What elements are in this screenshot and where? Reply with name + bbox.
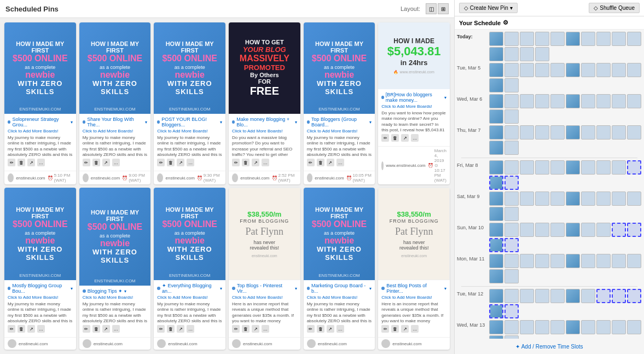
pin-board-name[interactable]: ✦ Everything Blogging an... ▾: [157, 283, 222, 294]
more-icon[interactable]: …: [37, 159, 45, 166]
schedule-pin-thumbnail[interactable]: [504, 141, 519, 155]
schedule-pin-thumbnail[interactable]: [520, 63, 534, 77]
schedule-pin-thumbnail[interactable]: [489, 207, 503, 221]
share-icon[interactable]: ↗: [177, 159, 184, 166]
delete-icon[interactable]: 🗑: [391, 134, 399, 142]
schedule-pin-thumbnail[interactable]: [489, 289, 503, 303]
schedule-pin-thumbnail[interactable]: [581, 254, 595, 268]
schedule-pin-thumbnail[interactable]: [550, 63, 565, 77]
schedule-pin-thumbnail[interactable]: [596, 191, 611, 206]
schedule-pin-thumbnail[interactable]: [627, 32, 641, 46]
more-icon[interactable]: …: [37, 325, 45, 333]
share-icon[interactable]: ↗: [401, 134, 409, 142]
schedule-pin-thumbnail[interactable]: [612, 32, 626, 46]
schedule-pin-thumbnail[interactable]: [627, 320, 641, 334]
schedule-pin-thumbnail[interactable]: [520, 94, 534, 108]
edit-icon[interactable]: ✏: [83, 325, 90, 333]
more-icon[interactable]: …: [411, 325, 419, 333]
edit-icon[interactable]: ✏: [8, 325, 15, 333]
edit-icon[interactable]: ✏: [307, 325, 315, 333]
schedule-pin-thumbnail[interactable]: [535, 191, 549, 206]
schedule-pin-thumbnail[interactable]: [504, 109, 519, 124]
schedule-pin-thumbnail[interactable]: [566, 160, 580, 175]
more-icon[interactable]: …: [411, 134, 419, 142]
schedule-pin-thumbnail[interactable]: [504, 304, 519, 318]
schedule-pin-thumbnail[interactable]: [596, 63, 611, 77]
schedule-pin-thumbnail[interactable]: [504, 207, 519, 221]
edit-icon[interactable]: ✏: [232, 159, 240, 166]
schedule-pin-thumbnail[interactable]: [566, 32, 580, 46]
add-remove-time-slots-button[interactable]: ✦ Add / Remove Time Slots: [515, 344, 583, 350]
schedule-pin-thumbnail[interactable]: [489, 320, 503, 334]
schedule-pin-thumbnail[interactable]: [566, 320, 580, 334]
schedule-pin-thumbnail[interactable]: [489, 109, 503, 124]
pin-board-name[interactable]: Marketing Group Board - b... ▾: [307, 283, 372, 294]
schedule-pin-thumbnail[interactable]: [489, 63, 503, 77]
delete-icon[interactable]: 🗑: [242, 325, 250, 333]
edit-icon[interactable]: ✏: [157, 159, 165, 166]
pin-board-name[interactable]: POST YOUR BLOG! Bloggers... ▾: [157, 117, 222, 127]
more-icon[interactable]: …: [112, 159, 120, 166]
schedule-pin-thumbnail[interactable]: [489, 269, 503, 283]
add-boards-link[interactable]: Click to Add More Boards!: [157, 129, 222, 134]
schedule-pin-thumbnail[interactable]: [504, 191, 519, 206]
schedule-pin-thumbnail[interactable]: [520, 254, 534, 268]
edit-icon[interactable]: ✏: [381, 325, 389, 333]
delete-icon[interactable]: 🗑: [18, 159, 25, 166]
schedule-pin-thumbnail[interactable]: [550, 32, 565, 46]
share-icon[interactable]: ↗: [27, 159, 35, 166]
schedule-pin-thumbnail[interactable]: [581, 223, 595, 237]
share-icon[interactable]: ↗: [27, 325, 35, 333]
add-boards-link[interactable]: Click to Add More Boards!: [232, 295, 297, 300]
more-icon[interactable]: …: [187, 159, 194, 166]
more-icon[interactable]: …: [112, 325, 120, 333]
schedule-pin-thumbnail[interactable]: [489, 78, 503, 92]
edit-icon[interactable]: ✏: [307, 159, 315, 166]
schedule-pin-thumbnail[interactable]: [535, 32, 549, 46]
add-boards-link[interactable]: Click to Add More Boards!: [8, 129, 73, 134]
schedule-pin-thumbnail[interactable]: [504, 289, 519, 303]
schedule-pin-thumbnail[interactable]: [627, 254, 641, 268]
more-icon[interactable]: …: [336, 159, 344, 166]
schedule-pin-thumbnail[interactable]: [535, 63, 549, 77]
schedule-pin-thumbnail[interactable]: [627, 125, 641, 140]
schedule-pin-thumbnail[interactable]: [504, 320, 519, 334]
schedule-pin-thumbnail[interactable]: [581, 191, 595, 206]
share-icon[interactable]: ↗: [102, 159, 110, 166]
schedule-pin-thumbnail[interactable]: [596, 289, 611, 303]
delete-icon[interactable]: 🗑: [18, 325, 25, 333]
schedule-pin-thumbnail[interactable]: [489, 223, 503, 237]
schedule-pin-thumbnail[interactable]: [489, 47, 503, 61]
pin-board-name[interactable]: Best Blog Posts of Pinter... ▾: [381, 283, 446, 294]
schedule-pin-thumbnail[interactable]: [535, 254, 549, 268]
schedule-pin-thumbnail[interactable]: [504, 47, 519, 61]
more-icon[interactable]: …: [187, 325, 194, 333]
schedule-pin-thumbnail[interactable]: [581, 320, 595, 334]
schedule-pin-thumbnail[interactable]: [596, 160, 611, 175]
schedule-pin-thumbnail[interactable]: [550, 191, 565, 206]
schedule-pin-thumbnail[interactable]: [489, 176, 503, 190]
schedule-pin-thumbnail[interactable]: [612, 125, 626, 140]
schedule-pin-thumbnail[interactable]: [489, 304, 503, 318]
schedule-pin-thumbnail[interactable]: [627, 289, 641, 303]
add-boards-link[interactable]: Click to Add More Boards!: [381, 104, 446, 109]
schedule-pin-thumbnail[interactable]: [504, 254, 519, 268]
pin-board-name[interactable]: Share Your Blog With The... ▾: [83, 117, 148, 127]
schedule-pin-thumbnail[interactable]: [596, 32, 611, 46]
edit-icon[interactable]: ✏: [8, 159, 15, 166]
schedule-pin-thumbnail[interactable]: [566, 191, 580, 206]
schedule-pin-thumbnail[interactable]: [596, 94, 611, 108]
schedule-pin-thumbnail[interactable]: [520, 191, 534, 206]
schedule-pin-thumbnail[interactable]: [535, 289, 549, 303]
schedule-pin-thumbnail[interactable]: [596, 223, 611, 237]
schedule-pin-thumbnail[interactable]: [489, 191, 503, 206]
more-icon[interactable]: …: [262, 159, 269, 166]
schedule-pin-thumbnail[interactable]: [520, 32, 534, 46]
schedule-pin-thumbnail[interactable]: [535, 47, 549, 61]
delete-icon[interactable]: 🗑: [317, 325, 324, 333]
schedule-pin-thumbnail[interactable]: [504, 32, 519, 46]
schedule-gear-icon[interactable]: ⚙: [503, 19, 508, 26]
delete-icon[interactable]: 🗑: [92, 325, 100, 333]
schedule-pin-thumbnail[interactable]: [504, 94, 519, 108]
schedule-pin-thumbnail[interactable]: [550, 223, 565, 237]
